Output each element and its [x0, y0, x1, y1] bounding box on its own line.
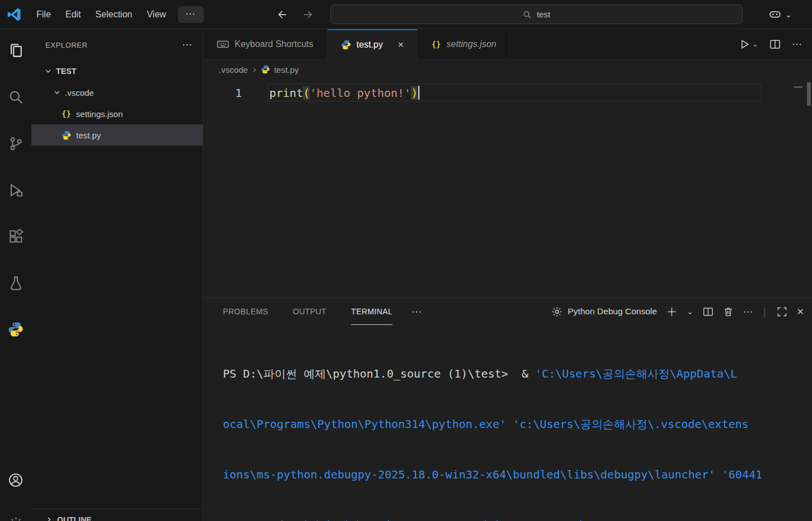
- breadcrumb-folder[interactable]: .vscode: [219, 65, 248, 75]
- forward-arrow-icon[interactable]: [302, 9, 314, 20]
- terminal-profile[interactable]: Python Debug Console: [551, 306, 657, 318]
- code-line-1: 1 print('hello python!'): [203, 84, 812, 101]
- run-python-file-button[interactable]: ⌄: [739, 39, 758, 50]
- outline-section-header[interactable]: OUTLINE: [31, 509, 203, 521]
- activity-bar: [0, 29, 31, 521]
- editor-group: Keyboard Shortcuts test.py ✕ {} settings…: [203, 29, 812, 521]
- editor-scrollbar[interactable]: [807, 82, 811, 106]
- minimap-line-mark: [794, 86, 802, 88]
- back-arrow-icon[interactable]: [277, 9, 288, 20]
- close-panel-icon[interactable]: ✕: [797, 306, 804, 317]
- explorer-more-actions-icon[interactable]: ⋯: [182, 39, 193, 51]
- terminal-more-actions-icon[interactable]: ⋯: [743, 306, 753, 318]
- source-control-icon[interactable]: [0, 130, 31, 157]
- menu-edit[interactable]: Edit: [58, 6, 88, 24]
- line-number: 1: [203, 86, 251, 100]
- terminal-profile-chevron-icon[interactable]: ⌄: [687, 307, 693, 316]
- run-debug-icon[interactable]: [0, 176, 31, 203]
- panel-more-tabs-icon[interactable]: ⋯: [412, 306, 422, 318]
- python-file-icon: [341, 40, 351, 50]
- sidebar-title: EXPLORER: [45, 41, 88, 49]
- tree-file-label: settings.json: [76, 109, 123, 119]
- python-file-icon: [261, 65, 270, 74]
- kill-terminal-trash-icon[interactable]: [723, 306, 734, 317]
- tab-label: settings.json: [446, 39, 496, 49]
- chevron-right-icon: ›: [253, 64, 256, 75]
- menu-overflow-button[interactable]: ⋯: [178, 6, 204, 23]
- account-icon[interactable]: [0, 467, 31, 494]
- extensions-icon[interactable]: [0, 223, 31, 250]
- outline-label: OUTLINE: [57, 515, 91, 521]
- split-terminal-icon[interactable]: [703, 306, 713, 317]
- tab-bar: Keyboard Shortcuts test.py ✕ {} settings…: [203, 29, 812, 59]
- nav-arrows: [277, 0, 314, 29]
- tree-root-label: TEST: [56, 67, 77, 76]
- vscode-logo-icon: [7, 7, 21, 22]
- titlebar: File Edit Selection View ⋯ test ⌄: [0, 0, 812, 29]
- command-center-search[interactable]: test: [330, 4, 743, 24]
- testing-icon[interactable]: [0, 269, 31, 296]
- tab-label: test.py: [357, 40, 383, 50]
- code-editor[interactable]: 1 print('hello python!'): [203, 80, 812, 297]
- bottom-panel: PROBLEMS OUTPUT TERMINAL ⋯ Python Debug …: [203, 297, 812, 521]
- text-cursor: [418, 86, 419, 100]
- tree-file-settings-json[interactable]: {} settings.json: [31, 103, 203, 124]
- terminal-line: ' '--' 'd:\파이썬 예제\python1.0_source (1)\t…: [223, 517, 812, 521]
- search-sidebar-icon[interactable]: [0, 83, 31, 110]
- chevron-down-icon: ⌄: [752, 40, 758, 48]
- sidebar-header: EXPLORER ⋯: [31, 29, 203, 61]
- tree-file-test-py[interactable]: test.py: [31, 124, 203, 146]
- code-token-close-paren: ): [411, 86, 418, 100]
- code-token-string: 'hello python!': [310, 86, 411, 100]
- editor-actions: ⌄ ⋯: [739, 29, 812, 59]
- terminal-line: ions\ms-python.debugpy-2025.18.0-win32-x…: [223, 466, 812, 483]
- python-extension-icon[interactable]: [0, 316, 31, 343]
- tree-folder-vscode[interactable]: .vscode: [31, 82, 203, 103]
- python-file-icon: [62, 131, 71, 140]
- search-value: test: [536, 10, 550, 19]
- panel-tab-terminal[interactable]: TERMINAL: [351, 298, 393, 325]
- panel-tab-output[interactable]: OUTPUT: [293, 298, 326, 325]
- copilot-button[interactable]: ⌄: [768, 0, 792, 29]
- breadcrumb-file[interactable]: test.py: [261, 65, 298, 75]
- maximize-panel-icon[interactable]: [777, 306, 787, 317]
- terminal-text: ions\ms-python.debugpy-2025.18.0-win32-x…: [223, 468, 762, 481]
- chevron-down-icon: ⌄: [785, 10, 792, 19]
- menu-view[interactable]: View: [139, 6, 173, 24]
- terminal-text: 'C:\Users\공의손해사정\AppData\L: [535, 367, 738, 380]
- terminal-profile-label: Python Debug Console: [568, 306, 657, 317]
- copilot-icon: [768, 8, 782, 21]
- split-editor-icon[interactable]: [769, 39, 781, 50]
- search-icon: [522, 10, 531, 19]
- chevron-down-icon: [44, 67, 52, 75]
- terminal-text: PS D:\파이썬 예제\python1.0_source (1)\test> …: [223, 367, 535, 380]
- close-tab-icon[interactable]: ✕: [398, 40, 404, 49]
- keyboard-icon: [217, 38, 229, 50]
- json-file-icon: {}: [62, 109, 71, 118]
- menu-selection[interactable]: Selection: [88, 6, 139, 24]
- panel-tabs: PROBLEMS OUTPUT TERMINAL: [223, 298, 393, 325]
- breadcrumb-file-label: test.py: [274, 65, 298, 75]
- menu-file[interactable]: File: [29, 6, 58, 24]
- editor-more-actions-icon[interactable]: ⋯: [792, 38, 802, 50]
- panel-tab-problems[interactable]: PROBLEMS: [223, 298, 268, 325]
- terminal-text: ocal\Programs\Python\Python314\python.ex…: [223, 417, 749, 431]
- terminal-line: PS D:\파이썬 예제\python1.0_source (1)\test> …: [223, 365, 812, 382]
- code-token-function: print: [269, 86, 303, 100]
- terminal-output[interactable]: PS D:\파이썬 예제\python1.0_source (1)\test> …: [203, 325, 812, 521]
- code-content: print('hello python!'): [251, 86, 419, 100]
- tab-settings-json[interactable]: {} settings.json: [418, 29, 510, 59]
- tab-test-py[interactable]: test.py ✕: [328, 29, 418, 59]
- tree-folder-label: .vscode: [65, 88, 94, 97]
- new-terminal-plus-icon[interactable]: [666, 306, 677, 317]
- code-token-open-paren: (: [303, 86, 310, 100]
- panel-actions: Python Debug Console ⌄ ⋯ | ✕: [551, 306, 804, 318]
- settings-gear-icon[interactable]: [0, 510, 31, 521]
- explorer-icon[interactable]: [0, 37, 31, 64]
- divider: |: [762, 306, 767, 318]
- tree-file-label: test.py: [76, 131, 101, 140]
- tree-root-test[interactable]: TEST: [31, 61, 203, 82]
- chevron-down-icon: [53, 89, 61, 96]
- tab-keyboard-shortcuts[interactable]: Keyboard Shortcuts: [203, 29, 328, 59]
- terminal-text: ' '--' 'd:\파이썬 예제\python1.0_source (1)\t…: [223, 518, 650, 521]
